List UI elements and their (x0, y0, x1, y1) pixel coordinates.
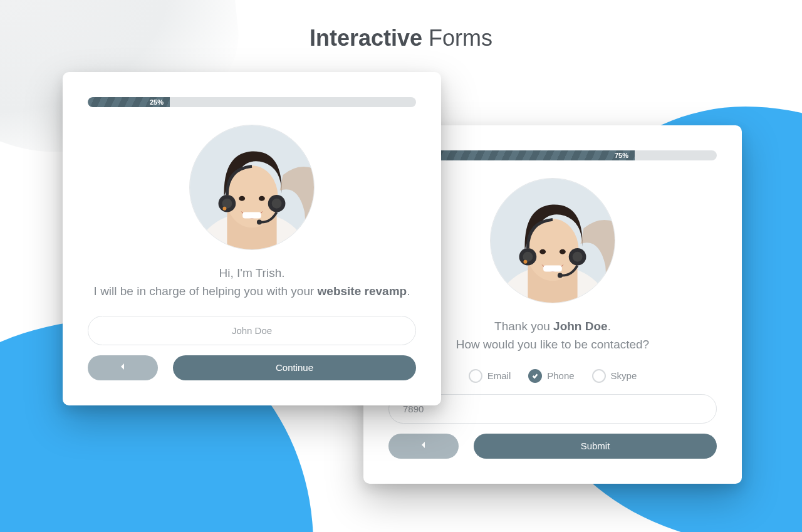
page-title-bold: Interactive (310, 25, 422, 51)
progress-track: 25% (88, 97, 416, 107)
radio-skype[interactable]: Skype (592, 369, 637, 383)
caret-left-icon (420, 441, 427, 451)
submit-button[interactable]: Submit (474, 434, 717, 459)
radio-label: Skype (611, 370, 637, 381)
blurb-line: I will be in charge of helping you with … (88, 282, 416, 300)
radio-email[interactable]: Email (469, 369, 511, 383)
radio-phone[interactable]: Phone (528, 369, 574, 383)
thank-post: . (608, 320, 611, 333)
greeting-line: Hi, I'm Trish. (88, 264, 416, 282)
back-button[interactable] (388, 434, 459, 459)
greeting-text: Hi, I'm Trish. I will be in charge of he… (88, 264, 416, 301)
radio-circle-icon (528, 369, 542, 383)
button-row: Submit (388, 434, 717, 459)
back-button[interactable] (88, 355, 158, 380)
thank-bold: John Doe (553, 320, 608, 333)
radio-label: Phone (547, 370, 574, 381)
agent-avatar (189, 125, 315, 250)
form-card-step-1: 25% Hi, I'm Trish. I will be in charge o… (63, 72, 441, 405)
progress-label: 25% (150, 98, 164, 106)
caret-left-icon (120, 363, 126, 372)
continue-button[interactable]: Continue (173, 355, 416, 380)
blurb-bold: website revamp (318, 284, 407, 298)
name-input[interactable] (88, 316, 416, 345)
progress-label: 75% (615, 152, 628, 159)
radio-label: Email (487, 370, 511, 381)
blurb-pre: I will be in charge of helping you with … (94, 284, 318, 298)
page-title-light: Forms (429, 25, 492, 51)
button-row: Continue (88, 355, 416, 380)
avatar-wrap (88, 125, 416, 250)
agent-avatar (490, 178, 615, 303)
thank-pre: Thank you (494, 320, 553, 333)
progress-bar: 25% (88, 97, 170, 107)
page-title: Interactive Forms (0, 0, 802, 51)
radio-circle-icon (592, 369, 606, 383)
radio-circle-icon (469, 369, 482, 383)
blurb-post: . (407, 284, 410, 298)
